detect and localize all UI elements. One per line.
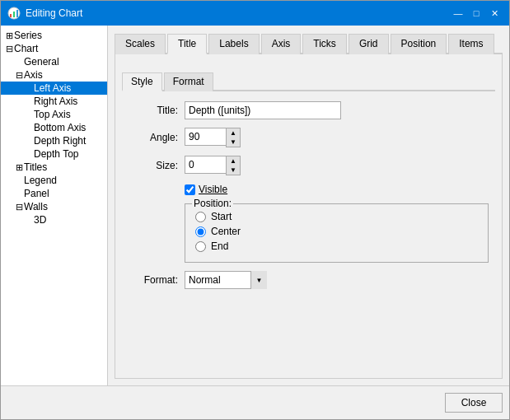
size-spin-down[interactable]: ▼ <box>227 166 240 175</box>
format-select-container: Normal Scientific Currency Percent Date … <box>185 271 267 289</box>
window-close-button[interactable]: ✕ <box>486 6 503 21</box>
tree-item-general[interactable]: General <box>1 55 107 68</box>
position-center-label[interactable]: Center <box>211 226 241 237</box>
format-row: Format: Normal Scientific Currency Perce… <box>129 271 489 289</box>
position-group: Position: Start Center End <box>185 203 489 263</box>
visible-label[interactable]: Visible <box>199 184 227 195</box>
position-start-radio[interactable] <box>195 212 206 222</box>
tree-item-bottom-axis[interactable]: Bottom Axis <box>1 121 107 134</box>
tab-grid[interactable]: Grid <box>349 34 389 54</box>
tree-item-label: Legend <box>24 175 57 186</box>
tree-item-legend[interactable]: Legend <box>1 174 107 187</box>
right-panel: Scales Title Labels Axis Ticks Grid Posi… <box>108 26 509 385</box>
tree-item-walls[interactable]: ⊟Walls <box>1 200 107 213</box>
position-start-row: Start <box>195 211 478 222</box>
tree-item-axis[interactable]: ⊟Axis <box>1 68 107 82</box>
tree-item-label: Right Axis <box>34 96 77 107</box>
sub-tab-format[interactable]: Format <box>164 72 213 91</box>
tree-item-label: Left Axis <box>34 82 71 94</box>
tree-item-label: 3D <box>34 214 46 226</box>
bottom-bar: Close <box>1 385 509 419</box>
tab-content: Style Format Title: Angle: <box>115 54 503 379</box>
position-end-label[interactable]: End <box>211 240 228 252</box>
angle-input[interactable] <box>185 128 226 146</box>
tree-item-left-axis[interactable]: Left Axis <box>1 82 107 95</box>
minimize-button[interactable]: — <box>450 6 466 21</box>
tree-item-label: General <box>24 56 59 68</box>
tree-item-series[interactable]: ⊞Series <box>1 29 107 42</box>
tree-item-label: Series <box>14 30 42 41</box>
tree-item-top-axis[interactable]: Top Axis <box>1 108 107 121</box>
tree-item-right-axis[interactable]: Right Axis <box>1 95 107 108</box>
tree-item-label: Walls <box>24 201 48 212</box>
tree-item-depth-top[interactable]: Depth Top <box>1 147 107 161</box>
position-start-label[interactable]: Start <box>211 211 232 222</box>
size-row: Size: ▲ ▼ <box>129 156 489 175</box>
title-input[interactable] <box>185 101 341 119</box>
position-center-radio[interactable] <box>195 226 206 237</box>
visible-row: Visible <box>185 184 489 195</box>
tab-ticks[interactable]: Ticks <box>302 34 347 54</box>
tree-item-label: Chart <box>14 43 38 54</box>
tree-item-panel[interactable]: Panel <box>1 187 107 200</box>
tree-expander[interactable]: ⊞ <box>14 162 24 172</box>
chart-icon <box>7 7 21 20</box>
format-field-label: Format: <box>129 274 178 286</box>
tab-axis[interactable]: Axis <box>261 34 302 54</box>
tree-expander <box>24 83 34 93</box>
tree-item-label: Bottom Axis <box>34 122 86 133</box>
main-content: ⊞Series⊟ChartGeneral⊟AxisLeft AxisRight … <box>1 26 509 385</box>
position-end-radio[interactable] <box>195 241 206 252</box>
tree-item-label: Top Axis <box>34 109 71 120</box>
tree-expander <box>24 149 34 159</box>
sub-tab-style[interactable]: Style <box>122 72 162 91</box>
tree-expander[interactable]: ⊟ <box>14 202 24 212</box>
position-group-label: Position: <box>192 198 233 209</box>
tree-expander <box>14 175 24 185</box>
title-bar: Editing Chart — □ ✕ <box>1 1 509 26</box>
tree-item-chart[interactable]: ⊟Chart <box>1 42 107 55</box>
tab-position[interactable]: Position <box>391 34 447 54</box>
svg-rect-1 <box>10 14 12 17</box>
tree-item-depth-right[interactable]: Depth Right <box>1 134 107 147</box>
tree-expander <box>24 215 34 225</box>
title-bar-left: Editing Chart <box>7 7 82 20</box>
tree-expander <box>14 189 24 198</box>
tree-expander <box>24 136 34 146</box>
size-input[interactable] <box>185 156 226 174</box>
tree-item-label: Axis <box>24 69 43 81</box>
main-window: Editing Chart — □ ✕ ⊞Series⊟ChartGeneral… <box>0 0 510 420</box>
tree-item-titles[interactable]: ⊞Titles <box>1 161 107 174</box>
tree-item-label: Depth Top <box>34 148 79 160</box>
tree-item-label: Depth Right <box>34 135 86 147</box>
visible-checkbox[interactable] <box>185 184 195 195</box>
angle-spin-buttons: ▲ ▼ <box>226 128 241 147</box>
title-row: Title: <box>129 101 489 119</box>
close-button[interactable]: Close <box>445 393 503 413</box>
svg-rect-3 <box>16 10 18 17</box>
tree-item-3d[interactable]: 3D <box>1 213 107 226</box>
maximize-button[interactable]: □ <box>468 6 484 21</box>
tree-expander <box>24 123 34 133</box>
title-field-label: Title: <box>129 105 178 116</box>
size-spin-up[interactable]: ▲ <box>227 156 240 166</box>
tree-expander <box>14 57 24 67</box>
tab-title[interactable]: Title <box>167 34 207 54</box>
tree-expander[interactable]: ⊟ <box>4 44 14 54</box>
angle-label: Angle: <box>129 132 178 143</box>
title-controls: — □ ✕ <box>450 6 503 21</box>
tree-expander <box>24 96 34 106</box>
tab-labels[interactable]: Labels <box>208 34 259 54</box>
position-center-row: Center <box>195 226 478 237</box>
angle-spin-up[interactable]: ▲ <box>227 128 240 138</box>
angle-row: Angle: ▲ ▼ <box>129 128 489 147</box>
format-select[interactable]: Normal Scientific Currency Percent Date … <box>185 271 267 289</box>
tree-item-label: Panel <box>24 188 49 199</box>
tab-items[interactable]: Items <box>448 34 494 54</box>
tree-expander[interactable]: ⊟ <box>14 70 24 80</box>
tree-panel: ⊞Series⊟ChartGeneral⊟AxisLeft AxisRight … <box>1 26 108 385</box>
angle-spin-down[interactable]: ▼ <box>227 138 240 147</box>
tree-expander[interactable]: ⊞ <box>4 30 14 40</box>
tab-scales[interactable]: Scales <box>115 34 166 54</box>
window-title: Editing Chart <box>26 7 82 19</box>
